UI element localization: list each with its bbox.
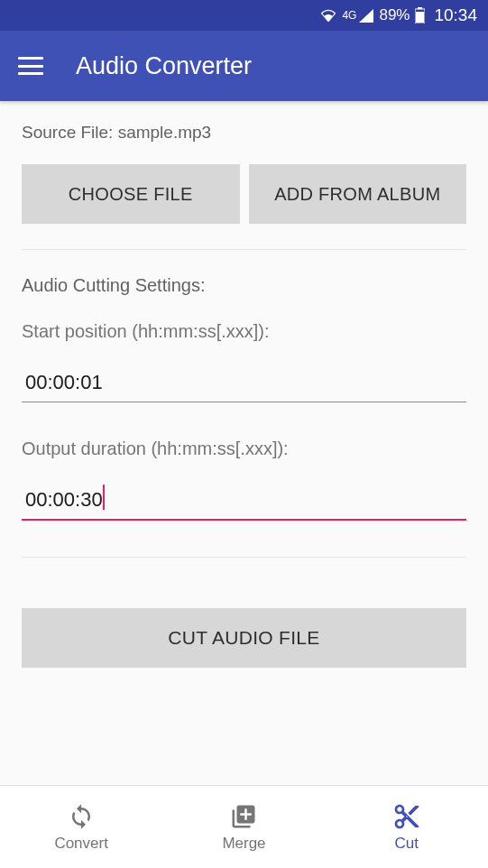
- nav-merge[interactable]: Merge: [162, 786, 325, 868]
- source-file-label: Source File: sample.mp3: [22, 123, 466, 143]
- text-cursor: [103, 485, 105, 510]
- hamburger-menu-icon[interactable]: [18, 57, 43, 75]
- wifi-icon: [320, 9, 336, 22]
- output-duration-label: Output duration (hh:mm:ss[.xxx]):: [22, 439, 466, 459]
- network-type: 4G: [342, 9, 356, 22]
- app-bar: Audio Converter: [0, 31, 488, 101]
- nav-cut-label: Cut: [395, 835, 419, 853]
- merge-icon: [229, 802, 258, 831]
- bottom-navigation: Convert Merge Cut: [0, 785, 488, 868]
- nav-convert[interactable]: Convert: [0, 786, 162, 868]
- status-time: 10:34: [434, 5, 477, 25]
- signal-icon: [359, 9, 373, 23]
- nav-merge-label: Merge: [222, 835, 265, 853]
- start-position-input[interactable]: [22, 364, 466, 402]
- nav-cut[interactable]: Cut: [326, 786, 488, 868]
- start-position-label: Start position (hh:mm:ss[.xxx]):: [22, 321, 466, 342]
- battery-percent: 89%: [379, 6, 410, 24]
- output-duration-input[interactable]: [22, 481, 466, 521]
- svg-rect-2: [416, 12, 424, 23]
- divider: [22, 249, 466, 250]
- choose-file-button[interactable]: CHOOSE FILE: [22, 164, 240, 224]
- app-title: Audio Converter: [76, 52, 252, 80]
- cut-audio-file-button[interactable]: CUT AUDIO FILE: [22, 608, 466, 668]
- divider: [22, 557, 466, 558]
- nav-convert-label: Convert: [54, 835, 108, 853]
- status-bar: 4G 89% 10:34: [0, 0, 488, 31]
- convert-icon: [67, 802, 96, 831]
- add-from-album-button[interactable]: ADD FROM ALBUM: [249, 164, 467, 224]
- cutting-settings-label: Audio Cutting Settings:: [22, 275, 466, 296]
- cut-icon: [392, 802, 421, 831]
- battery-icon: [415, 7, 425, 23]
